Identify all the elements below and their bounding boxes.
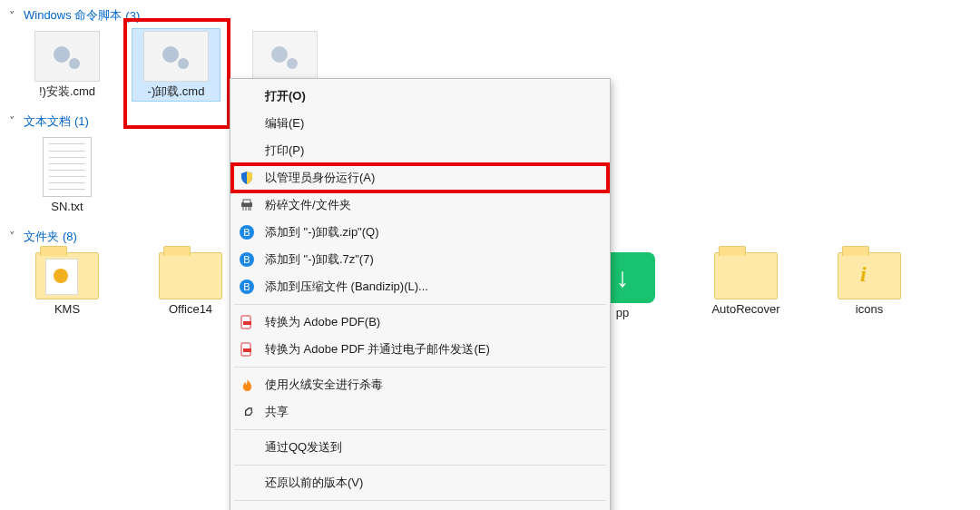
context-menu: 打开(O) 编辑(E) 打印(P) 以管理员身份运行(A) 粉碎文件/文件夹 B… xyxy=(230,78,611,510)
menu-label: 打印(P) xyxy=(265,142,601,159)
group-count: (8) xyxy=(63,230,77,243)
file-item[interactable]: AutoRecover xyxy=(702,250,789,322)
menu-edit[interactable]: 编辑(E) xyxy=(232,110,608,137)
menu-pdf[interactable]: 转换为 Adobe PDF(B) xyxy=(232,309,608,336)
gear-icon xyxy=(265,40,305,73)
text-file-icon xyxy=(43,137,92,197)
chevron-down-icon: ˅ xyxy=(9,230,20,243)
file-label: icons xyxy=(856,303,883,317)
menu-separator xyxy=(234,429,606,430)
file-label: -)卸载.cmd xyxy=(148,85,205,99)
cmd-file-icon xyxy=(252,31,318,82)
file-label: AutoRecover xyxy=(711,303,779,317)
svg-point-3 xyxy=(178,58,189,69)
shredder-icon xyxy=(238,196,256,214)
svg-point-5 xyxy=(287,58,298,69)
file-label: Office14 xyxy=(169,303,212,317)
blank-icon xyxy=(238,474,256,492)
svg-rect-8 xyxy=(243,200,250,203)
svg-rect-16 xyxy=(243,348,251,352)
chevron-down-icon: ˅ xyxy=(9,114,20,128)
group-count: (3) xyxy=(125,9,140,23)
bandizip-icon: B xyxy=(238,223,256,241)
menu-label: 打开(O) xyxy=(265,88,601,104)
menu-label: 添加到压缩文件 (Bandizip)(L)... xyxy=(265,279,601,295)
svg-point-2 xyxy=(162,46,179,63)
group-label: 文件夹 xyxy=(24,229,59,245)
menu-shred[interactable]: 粉碎文件/文件夹 xyxy=(232,191,608,219)
file-label: pp xyxy=(616,307,629,320)
menu-pdf-email[interactable]: 转换为 Adobe PDF 并通过电子邮件发送(E) xyxy=(232,336,608,363)
menu-label: 共享 xyxy=(265,404,601,420)
folder-icon xyxy=(714,252,778,299)
menu-label: 编辑(E) xyxy=(265,115,601,132)
svg-point-4 xyxy=(271,46,288,63)
file-label: SN.txt xyxy=(51,201,83,214)
bandizip-icon: B xyxy=(238,250,256,269)
svg-point-0 xyxy=(54,46,70,63)
menu-label: 以管理员身份运行(A) xyxy=(265,170,601,186)
menu-restore-versions[interactable]: 还原以前的版本(V) xyxy=(232,469,608,496)
blank-icon xyxy=(238,87,256,105)
group-count: (1) xyxy=(74,114,89,128)
pdf-icon xyxy=(238,313,256,331)
group-label: 文本文档 xyxy=(24,113,71,130)
menu-add-zip[interactable]: B 添加到 "-)卸载.zip"(Q) xyxy=(232,219,608,246)
folder-icon xyxy=(159,252,222,299)
gear-icon xyxy=(51,266,71,289)
file-item-selected[interactable]: -)卸载.cmd xyxy=(132,29,220,101)
menu-print[interactable]: 打印(P) xyxy=(232,137,608,164)
blank-icon xyxy=(238,438,256,456)
menu-separator xyxy=(234,304,606,305)
svg-point-1 xyxy=(69,58,80,69)
menu-add-7z[interactable]: B 添加到 "-)卸载.7z"(7) xyxy=(232,246,608,273)
file-item[interactable]: KMS xyxy=(24,250,111,322)
menu-label: 转换为 Adobe PDF(B) xyxy=(265,314,601,330)
gear-icon xyxy=(156,40,196,73)
gear-icon xyxy=(47,40,87,73)
cmd-file-icon xyxy=(34,31,100,82)
menu-send-qq[interactable]: 通过QQ发送到 xyxy=(232,434,608,461)
menu-huorong-scan[interactable]: 使用火绒安全进行杀毒 xyxy=(232,371,608,398)
blank-icon xyxy=(238,142,256,160)
pdf-email-icon xyxy=(238,340,256,358)
menu-separator xyxy=(234,465,606,466)
group-label: Windows 命令脚本 xyxy=(24,7,122,24)
menu-add-bz[interactable]: B 添加到压缩文件 (Bandizip)(L)... xyxy=(232,273,608,300)
menu-label: 使用火绒安全进行杀毒 xyxy=(265,377,601,393)
menu-label: 还原以前的版本(V) xyxy=(265,475,601,491)
file-label: KMS xyxy=(54,303,80,317)
menu-run-as-admin[interactable]: 以管理员身份运行(A) xyxy=(232,164,608,191)
blank-icon xyxy=(238,114,256,132)
menu-open[interactable]: 打开(O) xyxy=(232,83,608,110)
file-label: !)安装.cmd xyxy=(39,85,95,99)
menu-send-to[interactable]: 发送到(N) ▶ xyxy=(232,505,608,510)
svg-point-6 xyxy=(54,269,68,283)
menu-share[interactable]: 共享 xyxy=(232,398,608,426)
share-icon xyxy=(238,403,256,421)
folder-icon xyxy=(35,252,99,299)
menu-label: 粉碎文件/文件夹 xyxy=(265,197,601,213)
menu-label: 转换为 Adobe PDF 并通过电子邮件发送(E) xyxy=(265,341,601,358)
chevron-down-icon: ˅ xyxy=(9,9,20,23)
shield-icon xyxy=(238,169,256,187)
italic-i-icon: i xyxy=(860,262,867,287)
file-item[interactable]: SN.txt xyxy=(24,135,111,216)
menu-label: 通过QQ发送到 xyxy=(265,439,601,456)
bandizip-icon: B xyxy=(238,278,256,296)
flame-icon xyxy=(238,376,256,394)
svg-rect-14 xyxy=(243,321,251,325)
group-header-cmd[interactable]: ˅ Windows 命令脚本 (3) xyxy=(7,4,973,25)
file-item[interactable]: i icons xyxy=(826,250,913,322)
menu-separator xyxy=(234,367,606,368)
cmd-file-icon xyxy=(143,31,209,82)
menu-label: 添加到 "-)卸载.zip"(Q) xyxy=(265,224,601,240)
file-item[interactable]: !)安装.cmd xyxy=(24,29,111,101)
menu-separator xyxy=(234,500,606,501)
menu-label: 添加到 "-)卸载.7z"(7) xyxy=(265,251,601,268)
file-item[interactable]: Office14 xyxy=(147,250,234,322)
folder-icon: i xyxy=(838,252,901,299)
